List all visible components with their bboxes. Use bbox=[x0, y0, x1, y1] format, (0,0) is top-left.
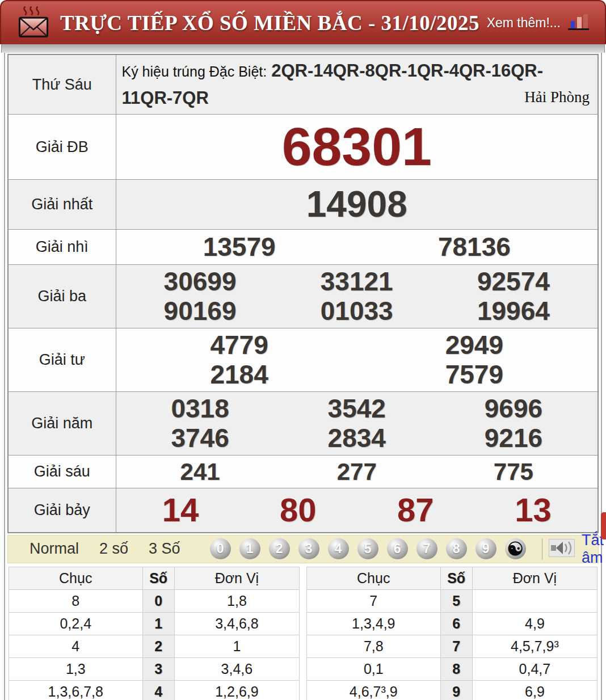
ball-9[interactable]: 9 bbox=[475, 538, 496, 559]
prize-number: 87 bbox=[397, 492, 434, 529]
prize-label: Giải ĐB bbox=[8, 115, 116, 180]
table-row: 0,1 8 0,4,7 bbox=[307, 657, 597, 680]
ball-3[interactable]: 3 bbox=[298, 538, 319, 559]
prize-label: Giải sáu bbox=[8, 456, 116, 488]
prize-number: 13 bbox=[515, 492, 552, 529]
table-row: 1,3,6,7,8 4 1,2,6,9 bbox=[9, 680, 300, 700]
cell-chuc: 4,6,7³,9 bbox=[307, 680, 441, 700]
prize-numbers: 30699 33121 92574 90169 01033 19964 bbox=[122, 267, 592, 326]
prize-number: 90169 bbox=[164, 297, 237, 326]
prize-number: 0318 bbox=[171, 394, 229, 424]
stats-table-right: Chục Số Đơn Vị 7 5 1,3,4,9 6 4,9 7,8 7 bbox=[306, 567, 597, 700]
cell-so: 5 bbox=[440, 589, 472, 612]
cell-chuc: 4 bbox=[9, 635, 143, 657]
col-header-donvi: Đơn Vị bbox=[472, 567, 597, 589]
prize-numbers: 13579 78136 bbox=[122, 233, 592, 262]
prize-numbers: 68301 bbox=[122, 119, 592, 175]
mode-normal[interactable]: Normal bbox=[19, 540, 89, 558]
controls-bar: Normal 2 số 3 Số 0 1 2 3 4 5 6 7 8 9 ☯ bbox=[7, 535, 599, 563]
prize-numbers: 4779 2949 2184 7579 bbox=[122, 331, 592, 389]
stats-table-left: Chục Số Đơn Vị 8 0 1,8 0,2,4 1 3,4,6,8 4… bbox=[9, 567, 300, 700]
cell-donvi: 6,9 bbox=[472, 680, 597, 700]
cell-donvi: 0,4,7 bbox=[472, 657, 597, 680]
number-balls: 0 1 2 3 4 5 6 7 8 9 ☯ bbox=[210, 538, 526, 559]
cell-donvi: 1 bbox=[174, 635, 299, 657]
table-row: 7 5 bbox=[307, 589, 597, 612]
cell-donvi: 4,9 bbox=[472, 612, 597, 635]
prize-number: 78136 bbox=[438, 233, 511, 262]
ball-5[interactable]: 5 bbox=[357, 538, 378, 559]
prize-number: 3746 bbox=[171, 424, 229, 453]
edge-floating-button[interactable] bbox=[601, 512, 606, 539]
cell-chuc: 7 bbox=[307, 589, 441, 612]
province-label: Hải Phòng bbox=[524, 86, 590, 109]
ball-6[interactable]: 6 bbox=[387, 538, 408, 559]
cell-chuc: 8 bbox=[9, 589, 143, 612]
prize-number: 9216 bbox=[485, 424, 542, 453]
ball-4[interactable]: 4 bbox=[328, 538, 349, 559]
prize-row-fourth: Giải tư 4779 2949 2184 7579 bbox=[8, 328, 598, 392]
table-row: 8 0 1,8 bbox=[9, 589, 300, 612]
cell-so: 7 bbox=[440, 635, 472, 657]
table-row: 7,8 7 4,5,7,9³ bbox=[307, 635, 597, 657]
cell-donvi: 3,4,6,8 bbox=[174, 612, 299, 635]
prize-row-fifth: Giải năm 0318 3542 9696 3746 2834 9216 bbox=[8, 392, 598, 456]
prize-row-third: Giải ba 30699 33121 92574 90169 01033 19… bbox=[8, 265, 598, 328]
prize-number: 19964 bbox=[477, 297, 550, 326]
header-bar: TRỰC TIẾP XỔ SỐ MIỀN BẮC - 31/10/2025 Xe… bbox=[0, 0, 606, 44]
cell-so: 3 bbox=[142, 657, 174, 680]
see-more-label[interactable]: Xem thêm!... bbox=[487, 15, 561, 31]
table-row: 4,6,7³,9 9 6,9 bbox=[307, 680, 597, 700]
prize-label: Giải nhất bbox=[8, 180, 116, 230]
prize-number: 92574 bbox=[477, 267, 550, 297]
ball-2[interactable]: 2 bbox=[269, 538, 290, 559]
prize-numbers: 241 277 775 bbox=[122, 458, 592, 485]
prize-label: Giải nhì bbox=[8, 230, 116, 265]
see-more-link[interactable]: Xem thêm!... bbox=[487, 12, 590, 33]
cell-so: 2 bbox=[142, 635, 174, 657]
content-frame: Thứ Sáu Ký hiệu trúng Đặc Biệt:2QR-14QR-… bbox=[4, 53, 602, 700]
cell-chuc: 1,3 bbox=[9, 657, 143, 680]
col-header-so: Số bbox=[142, 567, 174, 589]
mode-2so[interactable]: 2 số bbox=[89, 540, 138, 558]
ball-0[interactable]: 0 bbox=[210, 538, 231, 559]
cell-chuc: 7,8 bbox=[307, 635, 441, 657]
prize-row-first: Giải nhất 14908 bbox=[8, 180, 598, 230]
prize-number: 2184 bbox=[210, 360, 268, 390]
cell-donvi bbox=[472, 589, 597, 612]
cell-chuc: 1,3,6,7,8 bbox=[9, 680, 143, 700]
prize-row-sixth: Giải sáu 241 277 775 bbox=[8, 456, 598, 488]
table-header-row: Chục Số Đơn Vị bbox=[307, 567, 597, 589]
cell-so: 9 bbox=[440, 680, 472, 700]
speaker-icon[interactable] bbox=[549, 539, 575, 559]
yin-yang-icon[interactable]: ☯ bbox=[505, 538, 526, 559]
prize-number: 14908 bbox=[306, 184, 407, 225]
table-row: 4 2 1 bbox=[9, 635, 300, 657]
prize-numbers: 0318 3542 9696 3746 2834 9216 bbox=[122, 394, 592, 453]
bar-chart-icon[interactable] bbox=[567, 12, 590, 33]
col-header-donvi: Đơn Vị bbox=[174, 567, 299, 589]
lottery-widget: TRỰC TIẾP XỔ SỐ MIỀN BẮC - 31/10/2025 Xe… bbox=[0, 0, 606, 700]
cell-so: 0 bbox=[142, 589, 174, 612]
cell-donvi: 1,8 bbox=[174, 589, 299, 612]
prize-number: 7579 bbox=[445, 360, 503, 390]
weekday-label: Thứ Sáu bbox=[8, 54, 116, 115]
cell-so: 1 bbox=[142, 612, 174, 635]
prize-number: 775 bbox=[494, 458, 533, 485]
ball-7[interactable]: 7 bbox=[416, 538, 437, 559]
col-header-chuc: Chục bbox=[9, 567, 143, 589]
ball-1[interactable]: 1 bbox=[239, 538, 260, 559]
prize-number: 4779 bbox=[210, 331, 268, 360]
prize-number: 30699 bbox=[164, 267, 237, 297]
cell-donvi: 1,2,6,9 bbox=[174, 680, 299, 700]
prize-number: 01033 bbox=[321, 297, 393, 326]
table-row: 1,3 3 3,4,6 bbox=[9, 657, 300, 680]
envelope-icon bbox=[18, 5, 49, 40]
prize-number: 241 bbox=[180, 458, 220, 485]
prize-row-seventh: Giải bảy 14 80 87 13 bbox=[8, 488, 598, 533]
results-table: Thứ Sáu Ký hiệu trúng Đặc Biệt:2QR-14QR-… bbox=[7, 54, 599, 533]
mode-3so[interactable]: 3 Số bbox=[138, 540, 191, 558]
cell-so: 6 bbox=[440, 612, 472, 635]
ball-8[interactable]: 8 bbox=[446, 538, 467, 559]
cell-chuc: 0,1 bbox=[307, 657, 441, 680]
